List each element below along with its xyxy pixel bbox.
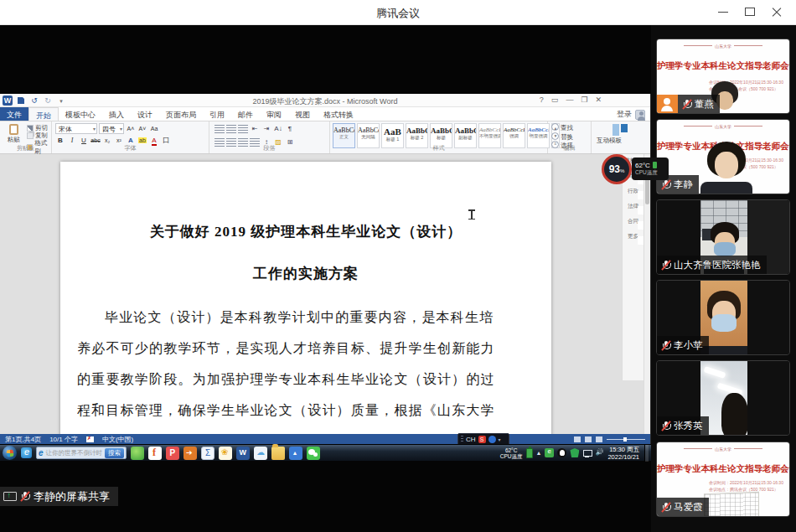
participant-tile-lijing[interactable]: 山东大学 护理学专业本科生论文指导老师会议 会议时间：2022年10月21日15… <box>656 119 790 194</box>
tab-insert[interactable]: 插入 <box>102 107 131 121</box>
font-name-combo[interactable]: 宋体 <box>55 123 97 134</box>
group-label-font: 字体 <box>52 144 209 152</box>
battery-percent-overlay: 93% <box>602 154 632 184</box>
cut-icon <box>27 125 34 132</box>
ribbon-options-icon[interactable]: ▭ <box>551 96 559 104</box>
volume-icon[interactable] <box>595 448 604 457</box>
close-icon[interactable] <box>766 3 788 22</box>
slide-logo: 山东大学 <box>657 44 789 49</box>
bullets-icon[interactable] <box>215 125 225 134</box>
tab-template-center[interactable]: 模板中心 <box>59 107 102 121</box>
show-marks-icon[interactable]: ¶ <box>285 124 295 134</box>
paste-button[interactable]: 粘贴 <box>3 123 23 145</box>
explorer-folder-icon[interactable] <box>271 447 285 460</box>
sign-in[interactable]: 登录 <box>617 109 645 120</box>
flash-icon[interactable] <box>148 447 162 460</box>
sogou-input-icon[interactable]: S <box>478 436 486 443</box>
template-item-admin[interactable]: 行政 <box>623 188 644 195</box>
participant-tile-zhangxiuying[interactable]: 张秀英 <box>656 360 790 436</box>
battery-tray-icon[interactable] <box>526 448 533 458</box>
zoom-slider[interactable] <box>607 439 645 440</box>
cloud-app-icon[interactable] <box>254 447 267 460</box>
doc-line: 养必不可少的教学环节，是实现人才培养目标、提升学生创新能力 <box>77 333 535 364</box>
shrink-font-icon[interactable] <box>137 124 147 134</box>
word-close-icon[interactable]: ✕ <box>595 96 602 104</box>
system-tray: 62°CCPU温度 ▲ 15:30 周五2022/10/21 <box>500 445 649 462</box>
langbar-options-icon[interactable]: ▾ <box>499 436 501 442</box>
help-icon[interactable]: ? <box>540 96 544 104</box>
numbering-icon[interactable] <box>226 125 236 134</box>
increase-indent-icon[interactable]: ⇥ <box>261 124 271 134</box>
template-item-contract[interactable]: 合同 <box>623 218 644 225</box>
word-minimize-icon[interactable]: — <box>566 96 573 104</box>
spellcheck-icon[interactable] <box>86 436 94 442</box>
replace-button[interactable]: 替换 <box>551 132 573 142</box>
start-button[interactable] <box>3 446 17 460</box>
search-go-button[interactable]: 搜索 <box>105 448 124 458</box>
langbar-grip[interactable] <box>461 436 463 443</box>
view-fullscreen-icon[interactable] <box>585 436 592 442</box>
interactive-template-button[interactable]: 互动模板 <box>597 124 644 145</box>
word-window: W 2019级毕业论文方案.docx - Microsoft Word ? ▭ … <box>0 94 651 444</box>
word-taskbar-icon[interactable] <box>236 447 250 460</box>
orange-tool-icon[interactable] <box>183 447 197 460</box>
tab-review[interactable]: 审阅 <box>260 107 288 121</box>
participant-tile-zhangyanyan[interactable]: 山大齐鲁医院张艳艳 <box>656 199 790 275</box>
group-clipboard: 粘贴 剪切 复制 格式刷 剪贴板 <box>0 121 52 153</box>
minimize-icon[interactable] <box>712 3 734 22</box>
font-size-combo[interactable]: 四号 <box>99 123 124 134</box>
show-desktop-button[interactable] <box>644 445 649 462</box>
wechat-icon[interactable] <box>307 447 320 460</box>
word-restore-icon[interactable]: ❐ <box>581 96 587 104</box>
search-deskband[interactable]: e 让你的世界不倒计时 搜索 <box>36 447 127 459</box>
language-indicator[interactable]: 中文(中国) <box>102 435 133 444</box>
language-mode[interactable]: CH <box>466 436 476 443</box>
template-item-legal[interactable]: 法律 <box>623 203 644 210</box>
page-indicator[interactable]: 第1页,共4页 <box>5 435 41 444</box>
taskbar-clock[interactable]: 15:30 周五2022/10/21 <box>607 446 641 461</box>
group-paragraph: ⇤ ⇥ A↓ ¶ ↕ ▨ ⊞ 段落 <box>209 121 330 153</box>
tab-references[interactable]: 引用 <box>203 107 231 121</box>
view-web-layout-icon[interactable] <box>596 436 602 442</box>
word-count[interactable]: 10/1 个字 <box>49 435 78 444</box>
tray-qq-icon[interactable] <box>557 448 566 457</box>
view-print-layout-icon[interactable] <box>574 436 581 442</box>
participant-tile-lixiaoping[interactable]: 李小苹 <box>656 280 790 355</box>
text-cursor <box>471 209 473 220</box>
pdf-app-icon[interactable] <box>166 447 179 460</box>
maximize-icon[interactable] <box>739 3 761 22</box>
tray-expand-icon[interactable]: ▲ <box>536 450 542 456</box>
gallery-app-icon[interactable] <box>289 447 302 460</box>
tab-format-convert[interactable]: 格式转换 <box>317 107 360 121</box>
tab-home[interactable]: 开始 <box>28 107 59 121</box>
tab-page-layout[interactable]: 页面布局 <box>159 107 203 121</box>
participant-tile-dongyan[interactable]: 山东大学 护理学专业本科生论文指导老师会议 会议时间：2022年10月21日15… <box>656 39 790 114</box>
tab-view[interactable]: 视图 <box>288 107 317 121</box>
ribbon: 粘贴 剪切 复制 格式刷 剪贴板 宋体 四号 <box>0 121 650 154</box>
input-method-app-icon[interactable] <box>201 447 215 460</box>
input-help-icon[interactable] <box>488 436 496 443</box>
document-page[interactable]: 关于做好 2019 级护理本科生毕业论文（设计） 工作的实施方案 毕业论文（设计… <box>60 162 551 434</box>
network-icon[interactable] <box>582 448 592 457</box>
decrease-indent-icon[interactable]: ⇤ <box>250 124 260 134</box>
multilevel-list-icon[interactable] <box>238 125 248 134</box>
change-case-icon[interactable] <box>149 124 159 134</box>
photo-tool-icon[interactable] <box>219 447 232 460</box>
template-item-more[interactable]: 更多 <box>623 233 644 240</box>
tencent-meeting-window: 腾讯会议 W 2019级毕业论文方案.docx - Microsoft Word… <box>0 0 796 532</box>
tab-mailings[interactable]: 邮件 <box>231 107 260 121</box>
tab-design[interactable]: 设计 <box>131 107 159 121</box>
tab-file[interactable]: 文件 <box>0 107 28 121</box>
tray-shield-icon[interactable] <box>570 448 579 457</box>
copy-icon <box>27 132 34 139</box>
document-area[interactable]: 关于做好 2019 级护理本科生毕业论文（设计） 工作的实施方案 毕业论文（设计… <box>0 154 650 434</box>
tray-360-icon[interactable] <box>545 448 554 457</box>
browser-360-icon[interactable] <box>131 447 144 460</box>
participant-tile-maaixia[interactable]: 山东大学 护理学专业本科生论文指导老师会议 会议时间：2022年10月21日15… <box>656 442 790 517</box>
sort-icon[interactable]: A↓ <box>273 124 283 134</box>
find-button[interactable]: 查找 <box>551 123 573 132</box>
ie-icon[interactable] <box>21 447 32 458</box>
participants-sidebar: 山东大学 护理学专业本科生论文指导老师会议 会议时间：2022年10月21日15… <box>651 25 796 532</box>
document-scrollbar[interactable] <box>644 154 650 434</box>
grow-font-icon[interactable] <box>126 124 136 134</box>
